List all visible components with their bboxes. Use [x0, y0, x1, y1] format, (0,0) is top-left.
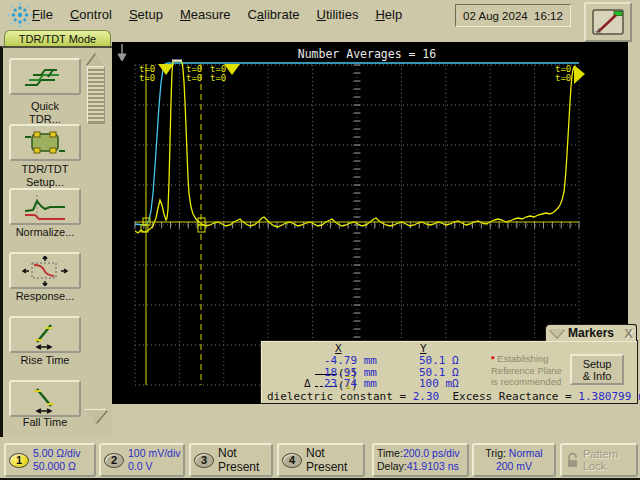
sidebar-scrollbar[interactable]	[85, 50, 107, 436]
rise-time-icon	[25, 320, 65, 350]
timebase-button[interactable]: Time:200.0 ps/divDelay:41.9103 ns	[372, 443, 469, 477]
channel3-badge: 3	[194, 453, 214, 468]
t0-label: t=0	[186, 73, 202, 83]
reference-plane-warning: * Establishing Reference Plane is recomm…	[491, 353, 571, 388]
sidebar-toolbar: QuickTDR... TDR/TDTSetup... Normalize	[0, 46, 112, 437]
t0-label: t=0	[210, 73, 226, 83]
touchscreen-icon	[590, 7, 626, 37]
channel4-badge: 4	[282, 453, 302, 468]
lock-icon	[565, 452, 580, 469]
fall-time-icon	[25, 384, 65, 414]
collapse-triangle-icon[interactable]	[549, 329, 565, 338]
menu-setup[interactable]: Setup	[129, 7, 163, 22]
menu-file[interactable]: File	[32, 7, 53, 22]
delta-symbol: Δ	[304, 377, 311, 390]
markers-tab-label: Markers	[568, 326, 614, 340]
normalize-icon	[23, 193, 67, 221]
setup-info-button[interactable]: Setup& Info	[570, 354, 624, 385]
rise-time-button[interactable]	[9, 316, 81, 353]
t0-label: t=0	[555, 73, 571, 83]
menu-measure[interactable]: Measure	[180, 7, 231, 22]
channel3-button[interactable]: 3 Not Present	[189, 443, 273, 477]
normalize-button[interactable]	[9, 188, 81, 225]
menu-help[interactable]: Help	[375, 7, 402, 22]
tab-tdr-tdt-mode[interactable]: TDR/TDT Mode	[4, 30, 111, 46]
application-window: File Control Setup Measure Calibrate Uti…	[0, 0, 640, 478]
datetime-display: 02 Aug 2024 16:12	[455, 4, 571, 27]
tdr-tdt-setup-icon	[23, 129, 67, 157]
tdr-tdt-setup-label: TDR/TDTSetup...	[3, 163, 87, 189]
quick-tdr-label: QuickTDR...	[3, 100, 87, 126]
trace-marker-triangle[interactable]	[224, 64, 240, 75]
scroll-up-icon[interactable]	[87, 54, 105, 66]
trigger-button[interactable]: Trig: Normal200 mV	[472, 443, 556, 477]
tdr-tdt-setup-button[interactable]	[9, 124, 81, 161]
normalize-label: Normalize...	[3, 226, 87, 239]
quick-tdr-icon	[23, 64, 67, 90]
channel1-button[interactable]: 1 5.00 Ω/div50.000 Ω	[4, 443, 96, 477]
channel2-badge: 2	[104, 453, 124, 468]
dielectric-readout: dielectric constant = 2.30 Excess Reacta…	[267, 390, 640, 403]
menu-utilities[interactable]: Utilities	[317, 7, 359, 22]
channel1-badge: 1	[9, 453, 29, 468]
markers-tab[interactable]: Markers X	[545, 324, 637, 341]
channel2-button[interactable]: 2 100 mV/div0.0 V	[99, 443, 185, 477]
averages-readout: Number Averages = 16	[298, 47, 437, 61]
response-button[interactable]	[9, 252, 81, 289]
touchscreen-button[interactable]	[584, 2, 632, 42]
menu-bar: File Control Setup Measure Calibrate Uti…	[0, 0, 640, 30]
menu-calibrate[interactable]: Calibrate	[247, 7, 299, 22]
delta-x-value: 23.74 mm	[324, 377, 377, 390]
scrollbar-thumb[interactable]	[87, 66, 105, 124]
menu-control[interactable]: Control	[70, 7, 112, 22]
reference-arrow-icon	[118, 44, 126, 61]
quick-tdr-button[interactable]	[9, 58, 81, 95]
pattern-lock-button[interactable]: PatternLock	[560, 443, 638, 477]
rise-time-label: Rise Time	[3, 354, 87, 367]
agilent-spark-logo	[5, 2, 35, 28]
fall-time-label: Fall Time	[3, 416, 87, 429]
response-icon	[22, 256, 68, 286]
close-icon[interactable]: X	[624, 326, 633, 341]
response-label: Response...	[3, 290, 87, 303]
markers-panel: X Y (1) -4.79 mm 50.1 Ω (1) 18.95 mm 50.…	[260, 340, 638, 404]
fall-time-button[interactable]	[9, 380, 81, 417]
delta-y-value: 100 mΩ	[419, 377, 459, 390]
scroll-down-icon[interactable]	[85, 410, 107, 423]
t0-label: t=0	[139, 73, 155, 83]
channel4-button[interactable]: 4 Not Present	[277, 443, 365, 477]
